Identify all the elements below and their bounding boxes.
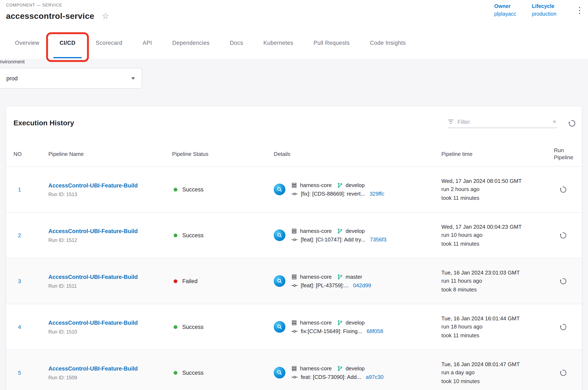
time-duration: took 11 minutes xyxy=(441,331,547,339)
row-number: 1 xyxy=(14,187,48,193)
git-commit-icon xyxy=(291,192,298,196)
lifecycle-label: Lifecycle xyxy=(532,3,556,9)
table-row: 1 AccessControl-UBI-Feature-Build Run ID… xyxy=(6,167,582,213)
git-commit-icon xyxy=(291,283,298,288)
cicd-tab-highlight-annotation xyxy=(46,32,89,62)
commit-hash-link[interactable]: 7356f3 xyxy=(370,237,387,243)
pipeline-execution-icon xyxy=(274,275,285,287)
table-row: 4 AccessControl-UBI-Feature-Build Run ID… xyxy=(6,304,582,350)
tab-dependencies[interactable]: Dependencies xyxy=(162,26,220,59)
tab-pull-requests[interactable]: Pull Requests xyxy=(303,26,360,59)
page-title: accesscontrol-service xyxy=(6,11,94,21)
tab-api-label: API xyxy=(143,39,152,46)
repository-icon xyxy=(291,320,297,325)
time-relative: run 10 hours ago xyxy=(441,231,547,239)
commit-hash-link[interactable]: 329ffc xyxy=(370,191,384,197)
pipeline-execution-icon xyxy=(274,184,285,195)
column-header-pipeline-time: Pipeline time xyxy=(441,150,547,157)
repository-name: harness-core xyxy=(300,320,332,326)
tab-code-insights[interactable]: Code Insights xyxy=(360,26,416,59)
git-branch-icon xyxy=(337,228,343,234)
run-id: Run ID: 1512 xyxy=(48,237,172,243)
lifecycle-link[interactable]: production xyxy=(532,11,556,17)
status-text: Success xyxy=(182,324,203,330)
status-text: Success xyxy=(182,370,203,376)
tab-api[interactable]: API xyxy=(132,26,162,59)
run-pipeline-button[interactable] xyxy=(558,230,569,241)
environment-select[interactable]: prod xyxy=(0,68,142,89)
time-relative: run 11 hours ago xyxy=(441,277,547,285)
pipeline-name-cell: AccessControl-UBI-Feature-Build Run ID: … xyxy=(48,182,172,197)
column-header-no: NO xyxy=(14,150,48,157)
time-absolute: Tue, 16 Jan 2024 23:01:03 GMT xyxy=(441,268,547,277)
time-relative: run a day ago xyxy=(441,368,547,377)
tab-code-insights-label: Code Insights xyxy=(370,39,406,46)
tab-scorecard[interactable]: Scorecard xyxy=(86,26,132,59)
chevron-down-icon xyxy=(131,77,135,80)
filter-box: ✕ xyxy=(448,118,557,128)
pipeline-time-cell: Wed, 17 Jan 2024 00:04:23 GMT run 10 hou… xyxy=(441,223,547,248)
pipeline-status-cell: Success xyxy=(172,324,274,330)
tab-docs-label: Docs xyxy=(230,39,243,46)
status-dot xyxy=(174,188,177,191)
commit-hash-link[interactable]: 68f058 xyxy=(366,328,383,334)
commit-message: feat: [CDS-73090]: Add... xyxy=(301,374,361,380)
kebab-menu-icon[interactable]: ⋮ xyxy=(575,6,584,15)
lifecycle-meta: Lifecycle production xyxy=(532,3,556,17)
status-text: Success xyxy=(182,186,203,193)
detail-lines: harness-core develop fix:[CCM-15649]: Fi… xyxy=(291,320,383,334)
table-row: 3 AccessControl-UBI-Feature-Build Run ID… xyxy=(6,258,582,304)
detail-lines: harness-core develop feat: [CDS-73090]: … xyxy=(291,365,384,380)
tab-cicd[interactable]: CI/CD xyxy=(49,26,86,59)
details-cell: harness-core master [feat]: [PL-43759]:.… xyxy=(274,274,441,288)
pipeline-name-link[interactable]: AccessControl-UBI-Feature-Build xyxy=(48,273,138,280)
table-row: 2 AccessControl-UBI-Feature-Build Run ID… xyxy=(6,213,582,258)
refresh-icon[interactable] xyxy=(566,118,578,129)
pipeline-name-link[interactable]: AccessControl-UBI-Feature-Build xyxy=(48,365,138,372)
pipeline-time-cell: Tue, 16 Jan 2024 23:01:03 GMT run 11 hou… xyxy=(441,268,547,294)
section-title: Execution History xyxy=(14,119,74,127)
detail-lines: harness-core develop [feat]: [CI-10747]:… xyxy=(291,228,386,243)
repository-icon xyxy=(291,182,297,188)
favorite-star-icon[interactable]: ☆ xyxy=(102,12,109,20)
filter-input[interactable] xyxy=(457,118,548,125)
repository-name: harness-core xyxy=(300,228,332,234)
execution-history-card: Execution History ✕ NO Pipeline Name Pip… xyxy=(6,106,582,390)
pipeline-name-link[interactable]: AccessControl-UBI-Feature-Build xyxy=(48,319,138,326)
entity-header: COMPONENT — SERVICE accesscontrol-servic… xyxy=(0,0,588,26)
commit-hash-link[interactable]: a97c30 xyxy=(366,374,384,380)
pipeline-name-link[interactable]: AccessControl-UBI-Feature-Build xyxy=(48,182,138,189)
commit-hash-link[interactable]: 042d99 xyxy=(353,283,371,289)
status-text: Success xyxy=(182,232,203,239)
status-text: Failed xyxy=(182,278,197,284)
tab-docs[interactable]: Docs xyxy=(220,26,253,59)
run-pipeline-button[interactable] xyxy=(558,367,569,378)
run-pipeline-button[interactable] xyxy=(558,184,569,195)
status-dot xyxy=(174,233,177,237)
tab-kubernetes[interactable]: Kubernetes xyxy=(253,26,303,59)
commit-message: fix:[CCM-15649]: Fixing... xyxy=(301,328,362,334)
repository-icon xyxy=(291,228,297,234)
pipeline-time-cell: Tue, 16 Jan 2024 08:01:47 GMT run a day … xyxy=(441,360,547,385)
status-dot xyxy=(174,371,177,375)
details-cell: harness-core develop [fix]: [CDS-88669]:… xyxy=(274,182,441,197)
pipeline-execution-icon xyxy=(274,230,285,241)
pipeline-status-cell: Success xyxy=(172,232,274,239)
git-commit-icon xyxy=(291,329,298,333)
tab-bar: Overview CI/CD Scorecard API Dependencie… xyxy=(0,26,588,59)
pipeline-name-link[interactable]: AccessControl-UBI-Feature-Build xyxy=(48,228,138,234)
run-pipeline-button[interactable] xyxy=(558,275,569,287)
pipeline-execution-icon xyxy=(274,367,285,379)
tab-overview[interactable]: Overview xyxy=(5,26,49,59)
column-header-details: Details xyxy=(274,150,441,157)
run-id: Run ID: 1510 xyxy=(48,329,172,334)
pipeline-name-cell: AccessControl-UBI-Feature-Build Run ID: … xyxy=(48,228,172,243)
owner-meta: Owner plplayacc xyxy=(494,3,516,17)
environment-selected-value: prod xyxy=(6,75,18,82)
run-pipeline-button[interactable] xyxy=(558,321,569,333)
clear-filter-icon[interactable]: ✕ xyxy=(552,119,557,125)
time-duration: took 11 minutes xyxy=(441,194,547,202)
tab-scorecard-label: Scorecard xyxy=(96,39,122,46)
owner-link[interactable]: plplayacc xyxy=(494,11,516,17)
details-cell: harness-core develop feat: [CDS-73090]: … xyxy=(274,365,441,380)
